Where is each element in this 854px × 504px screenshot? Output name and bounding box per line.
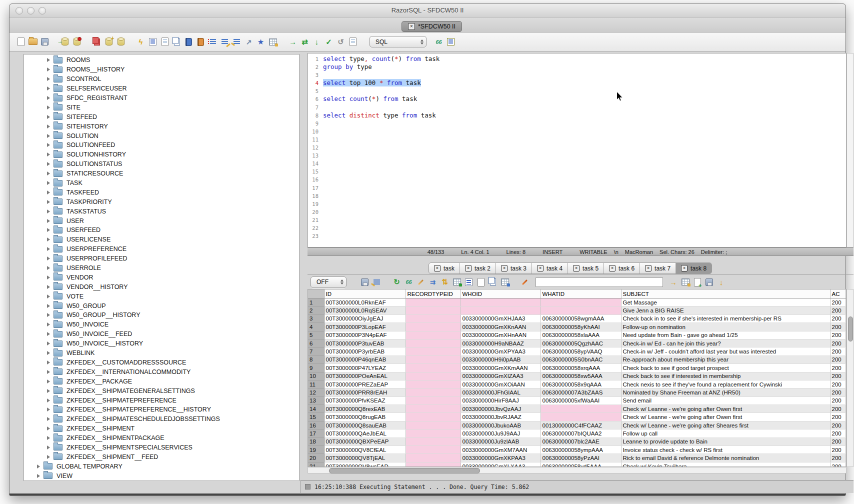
- row-number-cell[interactable]: 3: [308, 314, 324, 322]
- row-number-cell[interactable]: 6: [308, 339, 324, 347]
- grid-cell[interactable]: 00630000005xfWaAAI: [540, 396, 621, 404]
- scrollbar-thumb[interactable]: [329, 468, 480, 474]
- table-row[interactable]: 700T3000000P3yrbEAB0033000000GmXPYAA3006…: [308, 348, 846, 356]
- grid-cell[interactable]: 00T3000000OiyJgEAJ: [324, 314, 406, 322]
- grid-cell[interactable]: 0033000000GmXM7AAN: [460, 446, 540, 454]
- tree-item[interactable]: ZKFEDEX__PACKAGE: [24, 376, 299, 386]
- grid-cell[interactable]: [406, 348, 460, 356]
- tree-item[interactable]: VIEW: [24, 471, 299, 480]
- grid-cell[interactable]: [406, 314, 460, 322]
- window-titlebar[interactable]: RazorSQL - SFDCW50 II: [10, 4, 846, 18]
- format-sql-icon[interactable]: [232, 36, 242, 47]
- disclosure-triangle-icon[interactable]: [37, 464, 40, 468]
- grid-cell[interactable]: 006300000058xlaAAA: [540, 331, 621, 339]
- grid-cell[interactable]: 006300000058ympAAA: [540, 446, 621, 454]
- grid-cell[interactable]: 200: [830, 462, 846, 467]
- disclosure-triangle-icon[interactable]: [47, 370, 50, 374]
- grid-horizontal-scrollbar[interactable]: [308, 467, 846, 474]
- regen-table-icon[interactable]: [452, 277, 462, 288]
- disclosure-triangle-icon[interactable]: [47, 172, 50, 176]
- grid-cell[interactable]: 00T3000000P3yrbEAB: [324, 348, 406, 356]
- grid-cell[interactable]: 00T3000000QV8TjEAL: [324, 454, 406, 462]
- grid-cell[interactable]: 0033000000GmXOiAAN: [460, 380, 540, 388]
- disclosure-triangle-icon[interactable]: [47, 436, 50, 440]
- grid-cell[interactable]: 00T3000000QV8wsEAD: [324, 462, 406, 467]
- grid-cell[interactable]: 0033000000JFhGlAAL: [460, 388, 540, 396]
- close-tab-icon[interactable]: ×: [537, 265, 544, 272]
- tree-item[interactable]: ZKFEDEX__SHIPMENTPACKAGE: [24, 434, 299, 443]
- grid-cell[interactable]: Follow-up on nomination: [621, 323, 830, 331]
- relations-icon[interactable]: ⇉: [428, 277, 438, 288]
- disclosure-triangle-icon[interactable]: [37, 474, 40, 478]
- column-header[interactable]: WHOID: [460, 290, 540, 298]
- grid-cell[interactable]: 00T3000000L0RqSEAV: [324, 306, 406, 314]
- row-number-cell[interactable]: 11: [308, 380, 324, 388]
- grid-cell[interactable]: Check back to see if interested in membe…: [621, 372, 830, 380]
- disclosure-triangle-icon[interactable]: [47, 380, 50, 384]
- grid-cell[interactable]: 00T3000000P3tuvEAB: [324, 339, 406, 347]
- grid-cell[interactable]: 0033000000GmXHnAAN: [460, 331, 540, 339]
- tree-item[interactable]: ZKFEDEX__SHIPMENT: [24, 424, 299, 434]
- view-glasses-icon[interactable]: 66: [404, 277, 414, 288]
- disclosure-triangle-icon[interactable]: [47, 455, 50, 459]
- panel-splitter[interactable]: [300, 53, 306, 481]
- disclosure-triangle-icon[interactable]: [47, 219, 50, 223]
- table-row[interactable]: 2000T3000000QV8TjEAL0033000000GmXKPAA300…: [308, 454, 846, 462]
- edit-cell-icon[interactable]: [416, 277, 426, 288]
- disclosure-triangle-icon[interactable]: [47, 115, 50, 119]
- grid-vertical-scrollbar[interactable]: [846, 289, 854, 467]
- tree-item[interactable]: W50_GROUP: [24, 301, 299, 310]
- grid-cell[interactable]: 200: [830, 446, 846, 454]
- sql-mode-select[interactable]: SQL: [370, 36, 426, 48]
- tree-item[interactable]: W50_INVOICE: [24, 320, 299, 330]
- tree-item[interactable]: WEBLINK: [24, 348, 299, 358]
- grid-cell[interactable]: [406, 380, 460, 388]
- table-row[interactable]: 1100T3000000PREZaEAP0033000000GmXOiAAN00…: [308, 380, 846, 388]
- tree-item[interactable]: ZKFEDEX__INTERNATIONALCOMMODITY: [24, 367, 299, 376]
- grid-cell[interactable]: 0033000000GmXIZAA3: [460, 372, 540, 380]
- disclosure-triangle-icon[interactable]: [47, 238, 50, 242]
- grid-cell[interactable]: [406, 306, 460, 314]
- compare-pages-icon[interactable]: [172, 36, 182, 47]
- grid-cell[interactable]: [540, 413, 621, 421]
- column-header[interactable]: SUBJECT: [621, 290, 830, 298]
- grid-cell[interactable]: 006300000058xrqAAA: [540, 364, 621, 372]
- document-tab[interactable]: × *SFDCW50 II: [402, 21, 462, 32]
- grid-cell[interactable]: [406, 438, 460, 446]
- grid-cell[interactable]: 0033000000JbvRJAAZ: [460, 413, 540, 421]
- grid-cell[interactable]: 200: [830, 364, 846, 372]
- disclosure-triangle-icon[interactable]: [47, 143, 50, 147]
- sort-updown-icon[interactable]: ⇅: [440, 277, 450, 288]
- grid-cell[interactable]: 0033000000GmXKmAAN: [460, 364, 540, 372]
- sql-editor[interactable]: 1234567891011121314151617181920212223 se…: [308, 53, 846, 248]
- tree-item[interactable]: SELFSERVICEUSER: [24, 84, 299, 94]
- results-tab[interactable]: ×task 6: [604, 263, 640, 274]
- grid-cell[interactable]: 0033000000JbvQzAAJ: [460, 405, 540, 413]
- row-number-cell[interactable]: 20: [308, 454, 324, 462]
- grid-cell[interactable]: [460, 306, 540, 314]
- grid-cell[interactable]: [406, 323, 460, 331]
- disclosure-triangle-icon[interactable]: [47, 266, 50, 270]
- table-row[interactable]: 500T3000000P3N4pEAF0033000000GmXHnAAN006…: [308, 331, 846, 339]
- grid-cell[interactable]: 00T3000000QBXPeEAP: [324, 438, 406, 446]
- grid-cell[interactable]: 0033000000GmXKnAAN: [460, 323, 540, 331]
- grid-cell[interactable]: 0033000000JbukoAAB: [460, 421, 540, 429]
- grid-cell[interactable]: [406, 405, 460, 413]
- table-row[interactable]: 1700T3000000QAeJbEAL0033000000Ju9J9AAJ00…: [308, 430, 846, 438]
- grid-cell[interactable]: Re-approach about membership this year: [621, 356, 830, 364]
- row-number-cell[interactable]: 12: [308, 388, 324, 396]
- column-header[interactable]: WHATID: [540, 290, 621, 298]
- table-row[interactable]: 300T3000000OiyJgEAJ0033000000GmXHJAA3006…: [308, 314, 846, 322]
- results-tab[interactable]: ×task 2: [460, 263, 496, 274]
- grid-cell[interactable]: [406, 364, 460, 372]
- tree-item[interactable]: GLOBAL TEMPORARY: [24, 462, 299, 471]
- grid-cell[interactable]: 200: [830, 396, 846, 404]
- execute-forward-icon[interactable]: →: [288, 36, 298, 47]
- disconnect-icon[interactable]: [72, 36, 82, 47]
- code-lines[interactable]: select type, count(*) from taskgroup by …: [321, 54, 846, 247]
- row-number-cell[interactable]: 21: [308, 462, 324, 467]
- grid-cell[interactable]: [406, 446, 460, 454]
- grid-cell[interactable]: 200: [830, 323, 846, 331]
- grid-cell[interactable]: 0033000000GmXKPAA3: [460, 454, 540, 462]
- table-row[interactable]: 2100T3000000QV8wsEAD0033000000GmXLXAA300…: [308, 462, 846, 467]
